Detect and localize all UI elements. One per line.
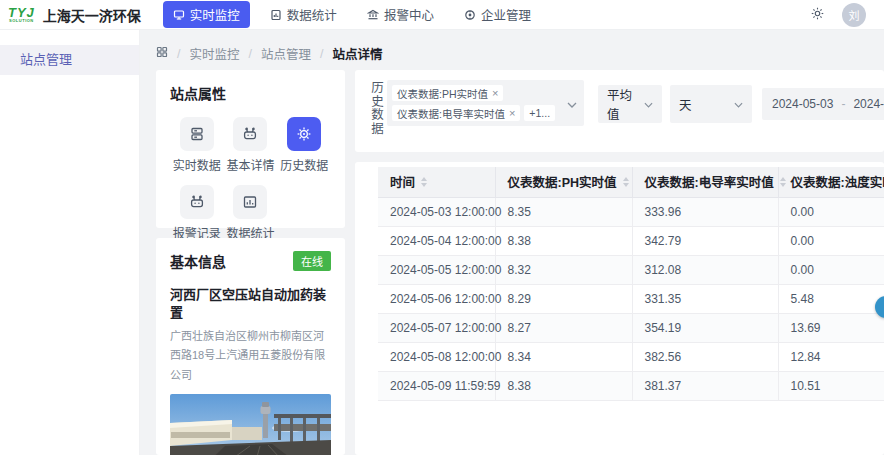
cell-turbidity: 10.51 — [778, 371, 884, 400]
more-tags-chip[interactable]: +1... — [524, 105, 555, 121]
close-icon[interactable]: × — [509, 108, 515, 119]
date-start-value: 2024-05-03 — [772, 97, 833, 111]
date-range-picker[interactable]: 2024-05-03 - 2024-05-09 — [762, 88, 884, 120]
prop-btn-data-statistics[interactable]: 数据统计 — [224, 185, 278, 241]
metric-multiselect[interactable]: 仪表数据:PH实时值 × 仪表数据:电导率实时值 × +1... — [387, 80, 584, 126]
breadcrumb-separator: / — [177, 47, 180, 61]
apps-grid-icon[interactable] — [156, 46, 168, 61]
cell-time: 2024-05-09 11:59:59 — [378, 371, 495, 400]
table-row: 2024-05-09 11:59:59 8.38 381.37 10.51 — [378, 371, 884, 400]
table-row: 2024-05-04 12:00:00 8.38 342.79 0.00 — [378, 226, 884, 255]
robot-icon — [233, 117, 267, 151]
breadcrumb-item-realtime[interactable]: 实时监控 — [189, 44, 239, 63]
date-end-value: 2024-05-09 — [853, 97, 884, 111]
cell-ph: 8.38 — [495, 226, 632, 255]
close-icon[interactable]: × — [492, 88, 498, 99]
navbar-right: 刘 — [811, 3, 884, 27]
tag-label: 仪表数据:PH实时值 — [397, 86, 488, 101]
chevron-down-icon — [644, 97, 653, 111]
status-badge: 在线 — [293, 251, 331, 271]
cell-time: 2024-05-04 12:00:00 — [378, 226, 495, 255]
table-row: 2024-05-06 12:00:00 8.29 331.35 5.48 — [378, 284, 884, 313]
cell-conductivity: 354.19 — [632, 313, 778, 342]
col-header-conductivity[interactable]: 仪表数据:电导率实时值 — [632, 167, 778, 197]
table-header-row: 时间 仪表数据:PH实时值 仪表数据:电导率实时值 仪表数据:浊度实时值 — [378, 167, 884, 197]
monitor-icon — [173, 9, 185, 21]
table-row: 2024-05-05 12:00:00 8.32 312.08 0.00 — [378, 255, 884, 284]
sort-icon[interactable] — [623, 177, 629, 187]
chart-icon — [233, 185, 267, 219]
aggregate-select[interactable]: 平均值 — [598, 85, 662, 123]
table-row: 2024-05-08 12:00:00 8.34 382.56 12.84 — [378, 342, 884, 371]
cell-turbidity: 13.69 — [778, 313, 884, 342]
cell-ph: 8.29 — [495, 284, 632, 313]
nav-item-label: 实时监控 — [190, 5, 240, 24]
prop-btn-basic-detail[interactable]: 基本详情 — [224, 117, 278, 173]
prop-btn-label: 基本详情 — [226, 156, 274, 173]
cell-ph: 8.27 — [495, 313, 632, 342]
gear-icon — [287, 117, 321, 151]
breadcrumb-separator: / — [249, 47, 252, 61]
nav-item-label: 报警中心 — [384, 5, 434, 24]
cell-conductivity: 342.79 — [632, 226, 778, 255]
table-row: 2024-05-07 12:00:00 8.27 354.19 13.69 — [378, 313, 884, 342]
station-props-grid: 实时数据 基本详情 — [170, 117, 331, 241]
interval-select[interactable]: 天 — [670, 85, 752, 123]
station-photo — [170, 394, 331, 455]
selected-metric-tag: 仪表数据:电导率实时值 × — [392, 105, 520, 121]
left-sidebar: 站点管理 — [0, 30, 140, 455]
breadcrumb-item-station-mgmt[interactable]: 站点管理 — [261, 44, 311, 63]
cell-conductivity: 333.96 — [632, 197, 778, 226]
basic-info-title: 基本信息 — [170, 251, 226, 271]
chevron-down-icon — [567, 94, 577, 112]
nav-item-enterprise-mgmt[interactable]: 企业管理 — [454, 1, 541, 28]
main-nav: 实时监控 数据统计 报警中心 企业管理 — [163, 1, 541, 28]
date-range-separator: - — [841, 97, 845, 111]
prop-btn-label: 历史数据 — [280, 156, 328, 173]
bank-icon — [367, 9, 379, 21]
station-address: 广西壮族自治区柳州市柳南区河西路18号上汽通用五菱股份有限公司 — [170, 327, 331, 385]
col-header-turbidity[interactable]: 仪表数据:浊度实时值 — [778, 167, 884, 197]
nav-item-label: 数据统计 — [287, 5, 337, 24]
prop-btn-history-data[interactable]: 历史数据 — [277, 117, 331, 173]
history-filter-card: 历史数据 仪表数据:PH实时值 × 仪表数据:电导率实时值 × +1... 平均… — [355, 70, 884, 152]
table-row: 2024-05-03 12:00:00 8.35 333.96 0.00 — [378, 197, 884, 226]
sort-icon[interactable] — [780, 177, 786, 187]
company-logo: TYJ SOLUTION — [8, 6, 35, 23]
cell-time: 2024-05-08 12:00:00 — [378, 342, 495, 371]
station-name: 河西厂区空压站自动加药装置 — [170, 286, 331, 321]
cell-turbidity: 12.84 — [778, 342, 884, 371]
col-header-time[interactable]: 时间 — [378, 167, 495, 197]
col-header-ph[interactable]: 仪表数据:PH实时值 — [495, 167, 632, 197]
cell-ph: 8.32 — [495, 255, 632, 284]
cell-ph: 8.34 — [495, 342, 632, 371]
cell-conductivity: 382.56 — [632, 342, 778, 371]
history-table-card: 时间 仪表数据:PH实时值 仪表数据:电导率实时值 仪表数据:浊度实时值 202… — [355, 162, 884, 455]
prop-btn-realtime-data[interactable]: 实时数据 — [170, 117, 224, 173]
nav-item-alarm-center[interactable]: 报警中心 — [357, 1, 444, 28]
breadcrumb: / 实时监控 / 站点管理 / 站点详情 — [156, 44, 383, 63]
sort-icon[interactable] — [421, 177, 427, 187]
interval-value: 天 — [679, 95, 692, 114]
history-data-table: 时间 仪表数据:PH实时值 仪表数据:电导率实时值 仪表数据:浊度实时值 202… — [378, 167, 884, 401]
prop-btn-label: 实时数据 — [173, 156, 221, 173]
cell-time: 2024-05-03 12:00:00 — [378, 197, 495, 226]
chevron-down-icon — [734, 97, 743, 111]
nav-item-realtime-monitor[interactable]: 实时监控 — [163, 1, 250, 28]
station-props-title: 站点属性 — [170, 83, 331, 103]
tag-label: 仪表数据:电导率实时值 — [397, 106, 505, 121]
cell-turbidity: 0.00 — [778, 255, 884, 284]
history-data-label: 历史数据 — [367, 81, 386, 145]
user-avatar[interactable]: 刘 — [842, 3, 866, 27]
cell-time: 2024-05-07 12:00:00 — [378, 313, 495, 342]
chart-doc-icon — [270, 9, 282, 21]
nav-item-data-statistics[interactable]: 数据统计 — [260, 1, 347, 28]
cell-time: 2024-05-06 12:00:00 — [378, 284, 495, 313]
prop-btn-alarm-records[interactable]: 报警记录 — [170, 185, 224, 241]
cell-time: 2024-05-05 12:00:00 — [378, 255, 495, 284]
cell-turbidity: 5.48 — [778, 284, 884, 313]
cell-turbidity: 0.00 — [778, 197, 884, 226]
sidebar-item-station-management[interactable]: 站点管理 — [0, 45, 139, 75]
selected-metric-tag: 仪表数据:PH实时值 × — [392, 85, 503, 101]
theme-sun-icon[interactable] — [811, 6, 824, 24]
